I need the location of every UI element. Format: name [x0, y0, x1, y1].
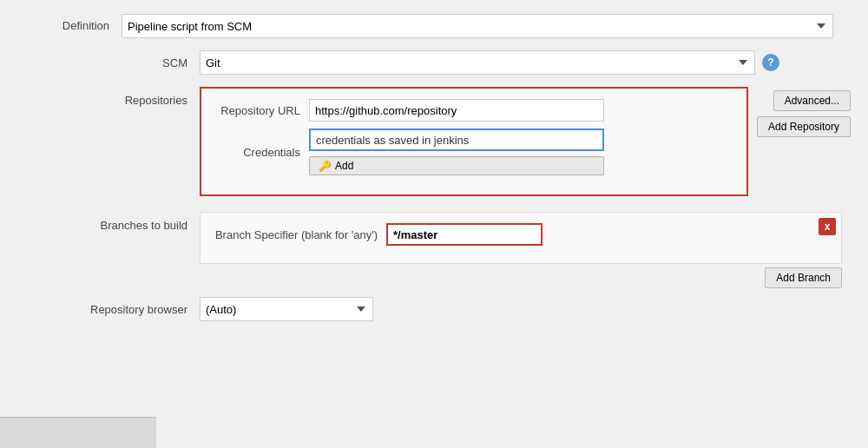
repo-box: Repository URL Credentials 🔑 Add: [200, 87, 748, 196]
scm-select[interactable]: NoneGitSubversion: [200, 50, 755, 75]
add-credentials-button[interactable]: 🔑 Add: [309, 156, 604, 175]
branch-close-button[interactable]: x: [819, 218, 836, 235]
browser-select[interactable]: (Auto)githubwebgitblit: [200, 297, 373, 321]
bottom-bar: [0, 417, 156, 448]
scm-select-wrap: NoneGitSubversion ?: [200, 50, 779, 75]
scm-row: SCM NoneGitSubversion ?: [130, 50, 851, 75]
repositories-row: Repositories Repository URL Credentials …: [17, 87, 851, 203]
advanced-button[interactable]: Advanced...: [773, 90, 851, 111]
browser-label: Repository browser: [17, 303, 200, 316]
branch-specifier-label: Branch Specifier (blank for 'any'): [213, 228, 386, 241]
repositories-label: Repositories: [17, 87, 200, 107]
repo-url-label: Repository URL: [214, 104, 309, 117]
repo-actions: Advanced... Add Repository: [757, 87, 851, 137]
browser-row: Repository browser (Auto)githubwebgitbli…: [17, 297, 851, 321]
definition-row: Definition Pipeline script from SCMPipel…: [17, 14, 851, 38]
credentials-row: Credentials 🔑 Add: [214, 128, 734, 175]
branch-specifier-input[interactable]: [386, 223, 542, 246]
branches-content: x Branch Specifier (blank for 'any') Add…: [200, 212, 842, 288]
credentials-input[interactable]: [309, 128, 604, 151]
definition-select[interactable]: Pipeline script from SCMPipeline script: [122, 14, 833, 38]
repo-url-row: Repository URL: [214, 99, 734, 122]
add-branch-button[interactable]: Add Branch: [765, 267, 842, 288]
branches-row: Branches to build x Branch Specifier (bl…: [17, 212, 851, 288]
key-icon: 🔑: [319, 160, 332, 172]
repo-url-input[interactable]: [309, 99, 604, 122]
add-repository-button[interactable]: Add Repository: [757, 116, 851, 137]
add-branch-wrap: Add Branch: [200, 267, 842, 288]
definition-label: Definition: [17, 14, 122, 32]
scm-help-icon[interactable]: ?: [762, 54, 779, 71]
definition-select-wrap: Pipeline script from SCMPipeline script: [122, 14, 851, 38]
repositories-content: Repository URL Credentials 🔑 Add: [200, 87, 748, 203]
credentials-label: Credentials: [214, 146, 309, 159]
branch-box: x Branch Specifier (blank for 'any'): [200, 212, 842, 264]
scm-label: SCM: [130, 56, 200, 69]
branch-specifier-row: Branch Specifier (blank for 'any'): [213, 223, 829, 246]
branches-label: Branches to build: [17, 212, 200, 232]
